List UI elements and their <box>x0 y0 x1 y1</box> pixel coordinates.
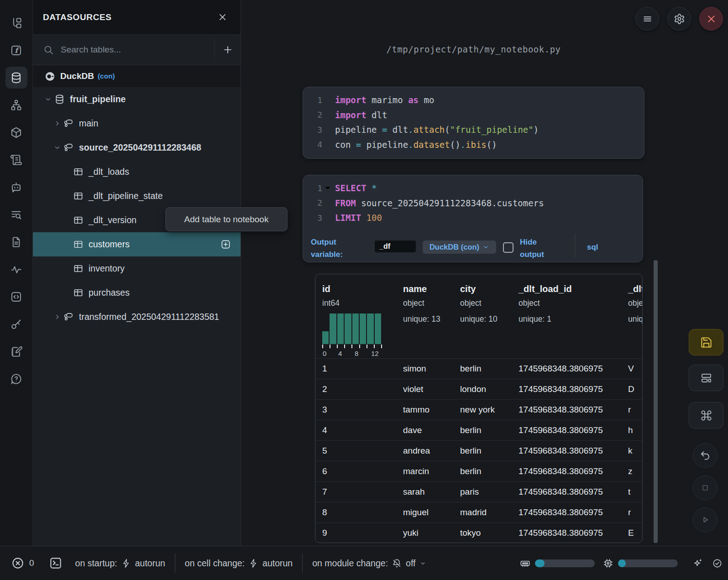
database-icon <box>10 72 22 84</box>
code-line[interactable]: 1import marimo as mo <box>303 93 644 108</box>
tree-item-fruit_pipeline[interactable]: fruit_pipeline <box>33 87 241 111</box>
engine-selector[interactable]: DuckDB (con) <box>423 240 496 254</box>
table-row[interactable]: 2violetlondon1745968348.3806975D <box>315 379 642 399</box>
rail-item-robot-chat[interactable] <box>5 176 27 198</box>
hide-output-checkbox[interactable] <box>503 242 513 253</box>
tree-item-inventory[interactable]: inventory <box>33 256 241 281</box>
rail-item-database[interactable] <box>5 67 27 89</box>
table-row[interactable]: 5andreaberlin1745968348.3806975k <box>315 440 642 461</box>
python-cell[interactable]: 1import marimo as mo2import dlt3pipeline… <box>303 87 644 159</box>
chevron-right-icon[interactable] <box>51 313 63 321</box>
add-table-button[interactable] <box>220 239 231 250</box>
rail-item-notebook-edit[interactable] <box>5 340 27 362</box>
add-datasource-button[interactable] <box>215 44 241 55</box>
table-cell: 2 <box>322 384 403 394</box>
chevron-down-icon[interactable] <box>42 95 54 103</box>
code-line[interactable]: 1SELECT * <box>303 181 643 196</box>
table-cell: paris <box>460 487 519 497</box>
tree-item-source_202504291112283468[interactable]: source_202504291112283468 <box>33 136 241 160</box>
cube-icon <box>10 126 22 139</box>
chevron-down-icon[interactable] <box>51 144 63 152</box>
error-count-icon[interactable] <box>11 556 25 570</box>
table-cell: 4 <box>322 425 403 435</box>
column-header-_dlt_load_id[interactable]: _dlt_load_idobjectunique: 1 <box>519 274 628 358</box>
setting-on-cell-change[interactable]: on cell change:autorun <box>185 558 293 569</box>
table-row[interactable]: 3tammonew york1745968348.3806975r <box>315 399 642 420</box>
key-icon <box>10 318 22 330</box>
check-circle-icon[interactable] <box>712 558 723 569</box>
sql-cell[interactable]: 1SELECT *2FROM source_202504291112283468… <box>303 175 643 262</box>
rail-item-code-block[interactable] <box>5 286 27 308</box>
command-palette-button[interactable] <box>689 402 723 428</box>
table-row[interactable]: 1simonberlin1745968348.3806975V <box>315 358 642 379</box>
table-grid-icon <box>73 191 84 201</box>
rail-item-cube[interactable] <box>5 121 27 143</box>
tree-item-transformed_202504291112283581[interactable]: transformed_202504291112283581 <box>33 305 241 329</box>
table-cell: andrea <box>403 446 460 456</box>
table-cell: 1745968348.3806975 <box>519 466 628 476</box>
table-cell: 1745968348.3806975 <box>519 446 628 456</box>
code-line[interactable]: 3pipeline = dlt.attach("fruit_pipeline") <box>303 122 644 137</box>
rail-item-scroll[interactable] <box>5 149 27 171</box>
close-panel-icon[interactable] <box>217 12 228 22</box>
table-row[interactable]: 8miguelmadrid1745968348.3806975r <box>315 502 642 523</box>
tree-item-_dlt_pipeline_state[interactable]: _dlt_pipeline_state <box>33 184 241 208</box>
shutdown-button[interactable] <box>699 7 723 31</box>
menu-button[interactable] <box>635 7 659 31</box>
play-icon <box>699 514 711 526</box>
rail-item-file-text[interactable] <box>5 231 27 253</box>
table-cell: marcin <box>403 466 460 476</box>
table-row[interactable]: 6marcinberlin1745968348.3806975z <box>315 461 642 481</box>
table-cell: 1745968348.3806975 <box>519 384 628 394</box>
stop-button[interactable] <box>693 475 718 500</box>
code-line[interactable]: 2FROM source_202504291112283468.customer… <box>303 196 643 211</box>
table-cell: london <box>460 384 519 394</box>
setting-on-module-change[interactable]: on module change:off <box>312 558 426 569</box>
layout-button[interactable] <box>689 365 723 391</box>
save-button[interactable] <box>689 329 723 355</box>
memory-usage-meter <box>535 559 595 567</box>
notebook-path: /tmp/project/path/my_notebook.py <box>303 44 644 54</box>
table-row[interactable]: 9yukitokyo1745968348.3806975E <box>315 523 642 543</box>
column-header-_dlt_id[interactable]: _dlt_idobjectunique: 13 <box>628 274 643 358</box>
tree-item-purchases[interactable]: purchases <box>33 281 241 305</box>
tree-item-_dlt_loads[interactable]: _dlt_loads <box>33 160 241 184</box>
column-header-id[interactable]: idint6404812 <box>322 274 403 358</box>
rail-item-key[interactable] <box>5 313 27 335</box>
connection-variable: (con) <box>98 72 115 80</box>
tree-item-customers[interactable]: customers <box>33 232 241 256</box>
rail-item-help-chat[interactable] <box>5 368 27 390</box>
rail-item-function[interactable]: f <box>5 39 27 61</box>
org-chart-icon <box>10 99 22 111</box>
connection-row[interactable]: DuckDB (con) <box>33 65 241 87</box>
rail-item-activity[interactable] <box>5 258 27 280</box>
divider <box>575 234 575 257</box>
table-row[interactable]: 4daveberlin1745968348.3806975h <box>315 420 642 440</box>
sparkle-icon[interactable] <box>692 558 703 569</box>
code-line[interactable]: 4con = pipeline.dataset().ibis() <box>303 137 644 152</box>
column-header-city[interactable]: cityobjectunique: 10 <box>460 274 519 358</box>
chevron-right-icon[interactable] <box>51 120 63 127</box>
table-cell: 1745968348.3806975 <box>519 364 628 374</box>
code-line[interactable]: 3LIMIT 100 <box>303 210 643 225</box>
panel-title: DATASOURCES <box>43 12 112 22</box>
table-row[interactable]: 7sarahparis1745968348.3806975t <box>315 481 642 502</box>
code-line[interactable]: 2import dlt <box>303 108 644 123</box>
scrollbar[interactable] <box>654 260 658 543</box>
rail-item-list-search[interactable] <box>5 204 27 225</box>
setting-on-startup[interactable]: on startup:autorun <box>75 558 165 569</box>
rail-item-org-chart[interactable] <box>5 94 27 116</box>
search-input[interactable] <box>60 44 212 55</box>
undo-button[interactable] <box>693 443 718 468</box>
output-variable-input[interactable] <box>375 240 416 252</box>
tree-item-main[interactable]: main <box>33 111 241 136</box>
table-cell: yuki <box>403 528 460 538</box>
query-result-table[interactable]: idint6404812nameobjectunique: 13cityobje… <box>315 274 643 543</box>
settings-button[interactable] <box>667 7 691 31</box>
rail-item-tree-explorer[interactable] <box>5 12 27 34</box>
run-button[interactable] <box>693 507 718 532</box>
function-icon: f <box>10 44 22 57</box>
table-cell: D <box>628 384 643 394</box>
terminal-icon[interactable] <box>49 556 63 570</box>
column-header-name[interactable]: nameobjectunique: 13 <box>403 274 460 358</box>
